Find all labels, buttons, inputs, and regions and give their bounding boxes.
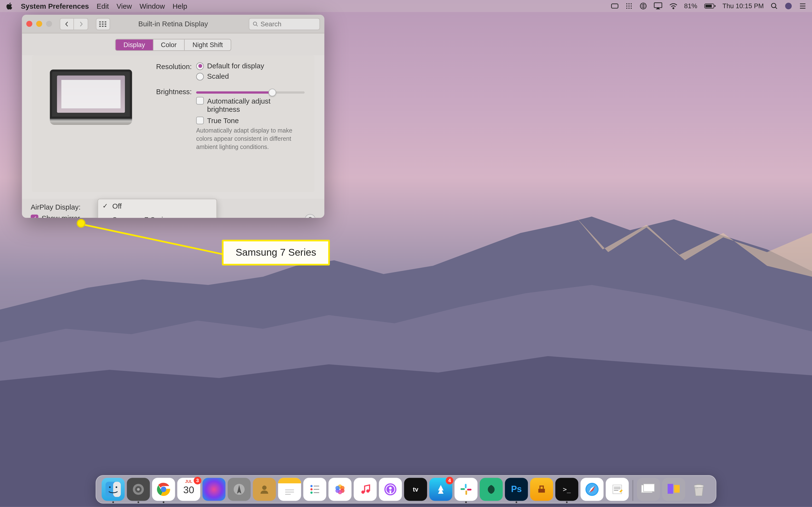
svg-point-7 (626, 8, 627, 9)
minimize-button[interactable] (36, 21, 42, 27)
svg-point-5 (628, 6, 629, 7)
dock-evernote[interactable] (480, 478, 503, 501)
apple-menu-icon[interactable] (6, 2, 13, 10)
true-tone-checkbox[interactable]: True Tone (196, 117, 305, 125)
back-button[interactable] (60, 18, 74, 30)
forward-button[interactable] (74, 18, 88, 30)
svg-rect-57 (539, 489, 545, 493)
dock-slack[interactable] (455, 478, 477, 501)
notification-center-icon[interactable] (799, 2, 807, 10)
svg-rect-54 (461, 488, 465, 490)
dock-photoshop[interactable]: Ps (505, 478, 528, 501)
brightness-slider[interactable] (196, 92, 305, 94)
true-tone-help-text: Automatically adapt display to make colo… (196, 126, 305, 151)
dock-system-preferences[interactable] (127, 478, 150, 501)
dock-app-store[interactable]: 4 (429, 478, 452, 501)
dock-terminal[interactable]: >_ (555, 478, 578, 501)
menubar-globe-icon[interactable] (639, 2, 647, 10)
spotlight-icon[interactable] (770, 2, 778, 10)
window-titlebar: Built-in Retina Display (22, 15, 324, 33)
active-app-name[interactable]: System Preferences (21, 2, 89, 10)
dock-cleanup[interactable] (530, 478, 553, 501)
tab-display[interactable]: Display (116, 39, 153, 50)
svg-point-36 (162, 488, 165, 491)
svg-rect-11 (654, 3, 662, 7)
show-mirroring-checkbox[interactable] (31, 214, 39, 218)
svg-point-2 (628, 3, 629, 5)
dock-music[interactable] (354, 478, 376, 501)
tabs-segmented-control[interactable]: Display Color Night Shift (22, 33, 324, 55)
airplay-option-off[interactable]: Off (98, 199, 216, 213)
menu-window[interactable]: Window (140, 2, 165, 10)
tab-night-shift[interactable]: Night Shift (185, 39, 231, 50)
tab-color[interactable]: Color (153, 39, 185, 50)
svg-point-8 (628, 8, 629, 9)
show-all-button[interactable] (96, 18, 110, 30)
dock-reminders[interactable] (303, 478, 326, 501)
dock-trash[interactable] (687, 478, 710, 501)
svg-point-47 (336, 486, 340, 490)
svg-point-4 (626, 6, 627, 7)
svg-rect-0 (611, 4, 618, 8)
resolution-scaled-radio[interactable]: Scaled (196, 72, 305, 80)
brightness-label: Brightness: (153, 87, 196, 96)
svg-point-52 (389, 487, 392, 490)
search-input[interactable] (260, 20, 316, 28)
svg-rect-17 (99, 21, 101, 22)
dock-calendar[interactable]: JUL303 (177, 478, 200, 501)
svg-point-9 (630, 8, 632, 9)
help-button[interactable]: ? (305, 214, 316, 218)
menu-edit[interactable]: Edit (97, 2, 109, 10)
svg-rect-24 (102, 25, 104, 26)
auto-brightness-checkbox[interactable]: Automatically adjust brightness (196, 97, 305, 113)
svg-point-15 (771, 3, 776, 8)
dock-podcasts[interactable] (379, 478, 402, 501)
search-field[interactable] (249, 18, 320, 30)
menu-help[interactable]: Help (172, 2, 187, 10)
dock-stack-1[interactable] (637, 478, 660, 501)
dock-tv[interactable]: tv (404, 478, 427, 501)
svg-point-30 (115, 486, 117, 488)
menu-view[interactable]: View (116, 2, 132, 10)
dock-photos[interactable] (328, 478, 351, 501)
battery-percent: 81% (684, 2, 697, 10)
siri-menubar-icon[interactable] (785, 2, 793, 10)
airplay-menubar-icon[interactable] (654, 2, 662, 10)
dock-finder[interactable] (102, 478, 125, 501)
clock[interactable]: Thu 10:15 PM (723, 2, 764, 10)
svg-rect-22 (105, 23, 106, 24)
battery-icon[interactable] (704, 2, 716, 10)
dock: JUL303 tv 4 Ps >_ (96, 475, 717, 504)
dock-contacts[interactable] (253, 478, 276, 501)
svg-point-33 (137, 488, 140, 491)
resolution-default-radio[interactable]: Default for display (196, 62, 305, 70)
svg-point-6 (630, 6, 632, 7)
svg-rect-56 (467, 489, 471, 491)
menubar-extra-icon-2[interactable] (625, 2, 633, 10)
wifi-icon[interactable] (669, 2, 677, 10)
svg-point-41 (310, 492, 312, 494)
dock-notes[interactable] (278, 478, 301, 501)
airplay-display-label: AirPlay Display: (31, 203, 81, 211)
search-icon (253, 20, 258, 27)
svg-rect-25 (105, 25, 106, 26)
menubar-extra-icon-1[interactable] (611, 2, 618, 10)
zoom-button[interactable] (46, 21, 52, 27)
close-button[interactable] (27, 21, 33, 27)
dock-launchpad[interactable] (227, 478, 251, 501)
svg-rect-63 (668, 484, 673, 494)
svg-rect-64 (674, 485, 680, 493)
airplay-display-dropdown[interactable]: Off Samsung 7 Series (98, 199, 217, 218)
svg-rect-20 (99, 23, 101, 24)
dock-textedit[interactable] (606, 478, 628, 501)
dock-siri[interactable] (203, 478, 225, 501)
airplay-option-samsung[interactable]: Samsung 7 Series (98, 213, 216, 218)
system-preferences-window: Built-in Retina Display Display Color Ni… (22, 15, 324, 218)
svg-point-29 (109, 486, 111, 488)
svg-point-1 (626, 3, 627, 5)
svg-point-65 (694, 485, 704, 488)
dock-chrome[interactable] (152, 478, 175, 501)
dock-safari[interactable] (580, 478, 603, 501)
dock-stack-2[interactable] (662, 478, 685, 501)
annotation-dot (77, 219, 85, 228)
